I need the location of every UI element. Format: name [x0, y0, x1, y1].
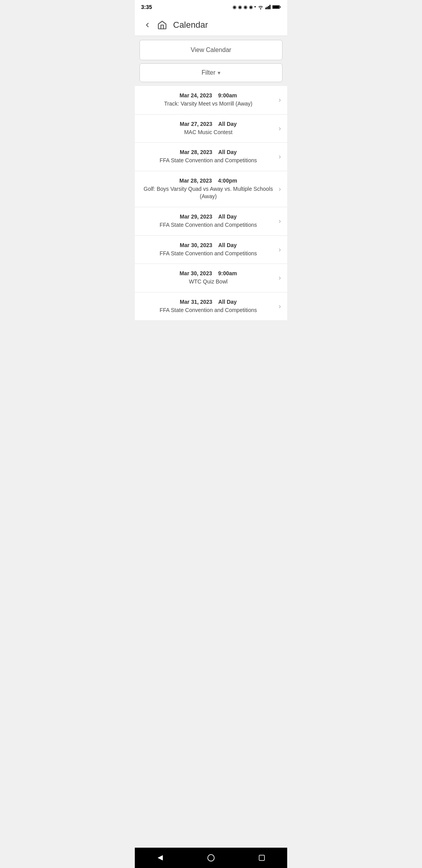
filter-label: Filter: [202, 69, 216, 76]
svg-rect-6: [273, 6, 279, 8]
event-item[interactable]: Mar 24, 2023 9:00am Track: Varsity Meet …: [135, 86, 287, 115]
back-button[interactable]: [141, 19, 154, 31]
event-item[interactable]: Mar 28, 2023 All Day FFA State Conventio…: [135, 143, 287, 171]
event-date-time: Mar 30, 2023 All Day: [141, 242, 275, 248]
event-date-time: Mar 27, 2023 All Day: [141, 121, 275, 127]
chevron-right-icon: ›: [279, 96, 281, 104]
content-area: View Calendar Filter ▾ Mar 24, 2023 9:00…: [135, 36, 287, 320]
event-content: Mar 31, 2023 All Day FFA State Conventio…: [141, 299, 275, 314]
status-icons: ◉ ◉ ◉ ◉ •: [232, 4, 281, 10]
signal-icon: [265, 5, 271, 9]
event-title: FFA State Convention and Competitions: [141, 307, 275, 314]
event-content: Mar 30, 2023 9:00am WTC Quiz Bowl: [141, 270, 275, 286]
event-content: Mar 28, 2023 4:00pm Golf: Boys Varsity Q…: [141, 178, 275, 201]
chevron-right-icon: ›: [279, 302, 281, 310]
notification-icon: ◉: [232, 4, 236, 10]
chevron-down-icon: ▾: [218, 70, 220, 76]
status-time: 3:35: [141, 4, 152, 10]
event-date-time: Mar 28, 2023 All Day: [141, 149, 275, 155]
event-date-time: Mar 30, 2023 9:00am: [141, 270, 275, 276]
event-date-time: Mar 31, 2023 All Day: [141, 299, 275, 305]
svg-rect-1: [267, 7, 268, 9]
dot-icon: •: [254, 4, 256, 10]
event-content: Mar 28, 2023 All Day FFA State Conventio…: [141, 149, 275, 165]
nav-bar: Calendar: [135, 14, 287, 36]
chevron-right-icon: ›: [279, 124, 281, 133]
chevron-right-icon: ›: [279, 152, 281, 161]
event-title: FFA State Convention and Competitions: [141, 250, 275, 258]
event-content: Mar 27, 2023 All Day MAC Music Contest: [141, 121, 275, 136]
svg-rect-5: [280, 7, 281, 8]
page-title: Calendar: [173, 20, 208, 30]
event-date-time: Mar 24, 2023 9:00am: [141, 92, 275, 99]
event-title: WTC Quiz Bowl: [141, 278, 275, 286]
event-title: Track: Varsity Meet vs Morrill (Away): [141, 100, 275, 108]
event-item[interactable]: Mar 31, 2023 All Day FFA State Conventio…: [135, 292, 287, 321]
svg-rect-2: [268, 6, 269, 9]
event-date-time: Mar 28, 2023 4:00pm: [141, 178, 275, 184]
status-bar: 3:35 ◉ ◉ ◉ ◉ •: [135, 0, 287, 14]
chevron-right-icon: ›: [279, 246, 281, 254]
svg-rect-0: [265, 7, 266, 9]
chevron-right-icon: ›: [279, 217, 281, 225]
event-title: FFA State Convention and Competitions: [141, 221, 275, 229]
event-date-time: Mar 29, 2023 All Day: [141, 213, 275, 220]
home-button[interactable]: [155, 18, 169, 32]
event-content: Mar 30, 2023 All Day FFA State Conventio…: [141, 242, 275, 258]
event-item[interactable]: Mar 29, 2023 All Day FFA State Conventio…: [135, 207, 287, 236]
events-list: Mar 24, 2023 9:00am Track: Varsity Meet …: [135, 86, 287, 320]
event-title: Golf: Boys Varsity Quad vs Away vs. Mult…: [141, 185, 275, 201]
battery-icon: [272, 5, 281, 9]
chevron-right-icon: ›: [279, 274, 281, 282]
event-content: Mar 29, 2023 All Day FFA State Conventio…: [141, 213, 275, 229]
filter-button[interactable]: Filter ▾: [139, 63, 283, 82]
wifi-icon: [257, 5, 264, 9]
svg-rect-3: [270, 5, 271, 9]
chevron-right-icon: ›: [279, 185, 281, 193]
event-title: FFA State Convention and Competitions: [141, 157, 275, 165]
event-content: Mar 24, 2023 9:00am Track: Varsity Meet …: [141, 92, 275, 108]
event-item[interactable]: Mar 28, 2023 4:00pm Golf: Boys Varsity Q…: [135, 171, 287, 207]
notification-icon4: ◉: [249, 4, 253, 10]
event-item[interactable]: Mar 27, 2023 All Day MAC Music Contest ›: [135, 115, 287, 143]
buttons-section: View Calendar Filter ▾: [135, 36, 287, 84]
event-item[interactable]: Mar 30, 2023 All Day FFA State Conventio…: [135, 236, 287, 264]
notification-icon2: ◉: [238, 4, 242, 10]
event-item[interactable]: Mar 30, 2023 9:00am WTC Quiz Bowl ›: [135, 264, 287, 292]
event-title: MAC Music Contest: [141, 129, 275, 136]
notification-icon3: ◉: [243, 4, 247, 10]
view-calendar-button[interactable]: View Calendar: [139, 40, 283, 60]
